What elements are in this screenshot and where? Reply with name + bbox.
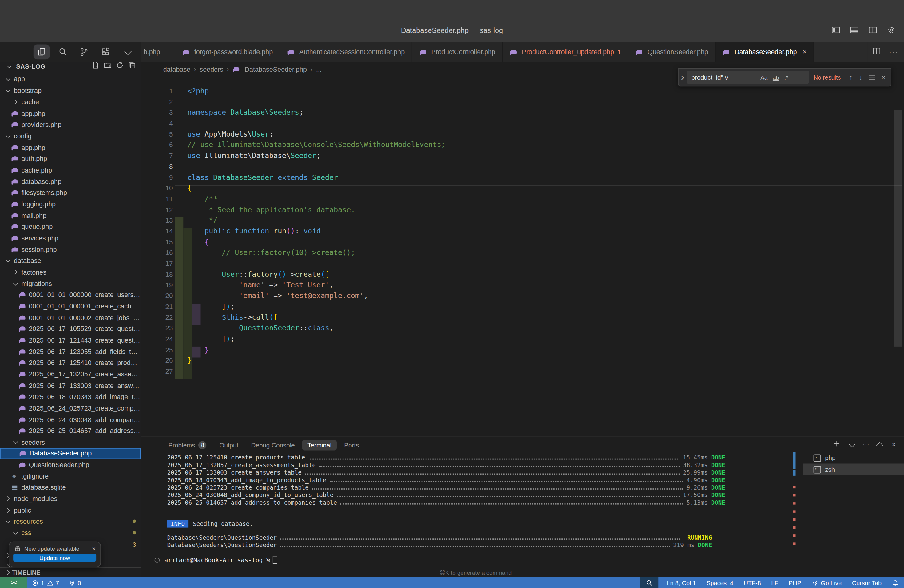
toggle-secondary-sidebar-icon[interactable] bbox=[868, 25, 877, 37]
settings-gear-icon[interactable] bbox=[887, 25, 896, 37]
tree-item[interactable]: .gitignore bbox=[0, 471, 141, 482]
tree-item[interactable]: bootstrap bbox=[0, 85, 141, 96]
tree-item[interactable]: database bbox=[0, 255, 141, 267]
terminal-session[interactable]: php bbox=[803, 452, 904, 464]
panel-tab[interactable]: Debug Console bbox=[246, 440, 300, 450]
tree-item[interactable]: session.php bbox=[0, 244, 141, 255]
tree-item[interactable]: logging.php bbox=[0, 198, 141, 210]
toggle-sidebar-icon[interactable] bbox=[831, 25, 841, 37]
new-folder-icon[interactable] bbox=[104, 62, 112, 71]
source-control-icon[interactable] bbox=[76, 44, 93, 59]
terminal-output[interactable]: 2025_06_17_125410_create_products_table … bbox=[155, 454, 725, 506]
tree-item[interactable]: 2025_06_17_123055_add_fields_to_u... bbox=[0, 346, 141, 357]
tree-item[interactable]: app.php bbox=[0, 142, 141, 153]
tree-item[interactable]: 0001_01_01_000001_create_cache_ta... bbox=[0, 300, 141, 312]
new-file-icon[interactable] bbox=[92, 62, 100, 71]
more-actions-icon[interactable]: ··· bbox=[889, 47, 898, 56]
editor-tab[interactable]: ProductController.php bbox=[412, 41, 503, 62]
tree-item[interactable]: public bbox=[0, 505, 141, 516]
tree-item[interactable]: 2025_06_17_105529_create_question... bbox=[0, 323, 141, 335]
find-in-selection-icon[interactable] bbox=[869, 74, 876, 80]
editor-tab[interactable]: forgot-password.blade.php bbox=[175, 41, 280, 62]
tree-item[interactable]: 0001_01_01_000000_create_users_ta... bbox=[0, 289, 141, 300]
tree-item[interactable]: 2025_06_17_121443_create_questions... bbox=[0, 335, 141, 346]
line-col-indicator[interactable]: Ln 8, Col 1 bbox=[667, 579, 696, 586]
tree-item[interactable]: 2025_06_25_014657_add_address_to... bbox=[0, 425, 141, 437]
search-status-chip[interactable] bbox=[640, 577, 658, 588]
notifications-bell-icon[interactable] bbox=[892, 579, 899, 586]
tree-item[interactable]: 2025_06_17_133003_create_answers_... bbox=[0, 380, 141, 391]
breadcrumb-item[interactable]: DatabaseSeeder.php bbox=[245, 66, 307, 73]
regex-toggle[interactable]: .* bbox=[784, 74, 789, 81]
tree-item[interactable]: config bbox=[0, 130, 141, 142]
cursor-tab-indicator[interactable]: Cursor Tab bbox=[852, 579, 882, 586]
tree-item[interactable]: 2025_06_17_132057_create_assessme... bbox=[0, 368, 141, 380]
code-area[interactable]: 1234567891011121314151617181920212223242… bbox=[141, 86, 904, 436]
chevron-down-icon[interactable] bbox=[5, 62, 13, 70]
panel-tab[interactable]: Output bbox=[214, 440, 244, 450]
find-next-icon[interactable]: ↓ bbox=[859, 73, 863, 81]
panel-tab[interactable]: Problems 8 bbox=[163, 439, 212, 451]
editor-tab[interactable]: ProductController_updated.php 1 bbox=[503, 41, 629, 62]
tree-item[interactable]: providers.php bbox=[0, 119, 141, 130]
tree-item[interactable]: mail.php bbox=[0, 210, 141, 221]
search-icon[interactable] bbox=[55, 44, 71, 59]
find-input[interactable] bbox=[690, 73, 760, 81]
panel-tab[interactable]: Ports bbox=[339, 440, 364, 450]
panel-tab[interactable]: Terminal bbox=[302, 440, 337, 450]
terminal-prompt[interactable]: aritach@MacBook-Air sas-log % bbox=[155, 556, 278, 564]
tree-item[interactable]: app.php bbox=[0, 108, 141, 119]
tree-item[interactable]: 2025_06_24_030048_add_company_... bbox=[0, 414, 141, 425]
tree-item[interactable]: 2025_06_24_025723_create_compan... bbox=[0, 403, 141, 414]
timeline-section[interactable]: TIMELINE bbox=[0, 567, 141, 577]
update-now-button[interactable]: Update now bbox=[13, 553, 96, 561]
find-previous-icon[interactable]: ↑ bbox=[849, 73, 853, 81]
tree-item[interactable]: css bbox=[0, 527, 141, 539]
editor-tab[interactable]: QuestionSeeder.php bbox=[629, 41, 716, 62]
tree-item[interactable]: services.php bbox=[0, 232, 141, 244]
tree-item[interactable]: database.php bbox=[0, 176, 141, 187]
split-editor-icon[interactable] bbox=[872, 46, 881, 57]
match-case-toggle[interactable]: Aa bbox=[760, 74, 768, 81]
tree-item[interactable]: app bbox=[0, 74, 141, 85]
breadcrumb-item[interactable]: database bbox=[163, 66, 191, 73]
go-live-button[interactable]: Go Live bbox=[811, 579, 842, 586]
tree-item[interactable]: migrations bbox=[0, 278, 141, 289]
tree-item[interactable]: node_modules bbox=[0, 493, 141, 505]
tree-item[interactable]: 2025_06_18_070343_add_image_to_... bbox=[0, 391, 141, 403]
tree-item[interactable]: database.sqlite bbox=[0, 482, 141, 493]
tree-item[interactable]: 2025_06_17_125410_create_products... bbox=[0, 357, 141, 368]
tree-item[interactable]: cache.php bbox=[0, 164, 141, 176]
indentation-indicator[interactable]: Spaces: 4 bbox=[706, 579, 733, 586]
whole-word-toggle[interactable]: ab bbox=[773, 74, 779, 81]
problems-status[interactable]: 1 7 bbox=[32, 579, 59, 586]
explorer-icon[interactable] bbox=[33, 44, 50, 59]
toggle-panel-icon[interactable] bbox=[850, 25, 859, 37]
tab-close-icon[interactable]: × bbox=[803, 48, 806, 56]
breadcrumb-item[interactable]: ... bbox=[316, 66, 322, 73]
tree-item[interactable]: queue.php bbox=[0, 221, 141, 232]
editor-tab[interactable]: DatabaseSeeder.php × bbox=[716, 41, 814, 62]
editor-tab[interactable]: AuthenticatedSessionController.php bbox=[280, 41, 412, 62]
tree-item[interactable]: factories bbox=[0, 267, 141, 278]
ports-status[interactable]: 0 bbox=[69, 579, 81, 586]
terminal-scrollbar-decorations[interactable] bbox=[793, 436, 796, 577]
tree-item[interactable]: auth.php bbox=[0, 153, 141, 164]
terminal-session[interactable]: zsh bbox=[803, 464, 904, 476]
tree-item[interactable]: cache bbox=[0, 96, 141, 108]
find-close-icon[interactable]: × bbox=[882, 73, 885, 81]
tree-item[interactable]: filesystems.php bbox=[0, 187, 141, 199]
editor-tab[interactable]: b.php bbox=[141, 41, 175, 62]
collapse-all-icon[interactable] bbox=[128, 62, 136, 71]
chevron-down-icon[interactable] bbox=[119, 44, 135, 59]
tree-item[interactable]: seeders bbox=[0, 436, 141, 448]
tree-item[interactable]: 0001_01_01_000002_create_jobs_tab... bbox=[0, 312, 141, 323]
editor-scrollbar[interactable] bbox=[894, 110, 902, 346]
remote-indicator[interactable]: >< bbox=[0, 577, 27, 588]
tree-item[interactable]: QuestionSeeder.php bbox=[0, 459, 141, 471]
tree-item[interactable]: DatabaseSeeder.php bbox=[0, 448, 141, 459]
close-icon[interactable]: × bbox=[92, 545, 96, 552]
refresh-icon[interactable] bbox=[116, 62, 124, 71]
find-collapse-icon[interactable]: › bbox=[679, 72, 687, 82]
breadcrumb-item[interactable]: seeders bbox=[199, 66, 223, 73]
